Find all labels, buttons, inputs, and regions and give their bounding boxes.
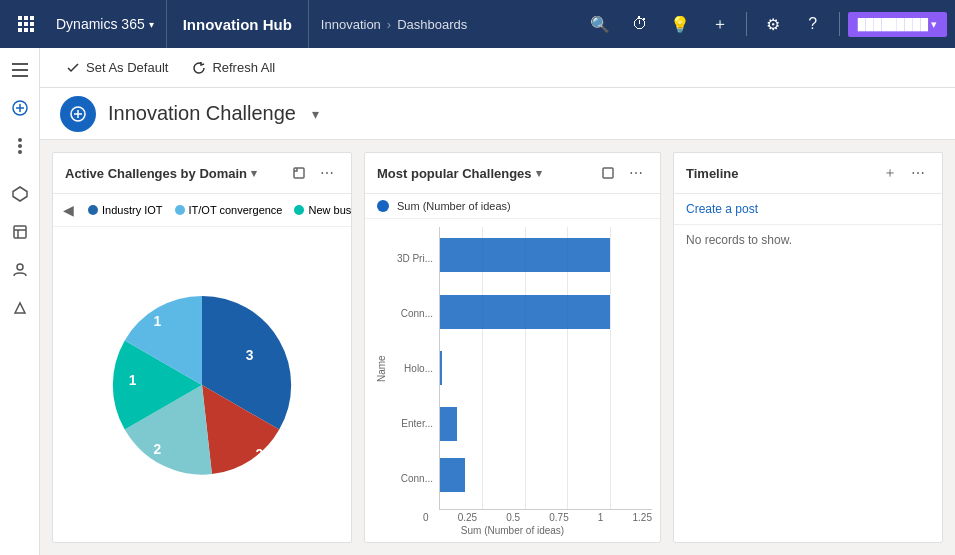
active-challenges-header: Active Challenges by Domain ▾ ⋯ bbox=[53, 153, 351, 194]
svg-rect-1 bbox=[24, 16, 28, 20]
help-icon[interactable]: ? bbox=[795, 6, 831, 42]
bar-0 bbox=[440, 238, 610, 272]
refresh-button[interactable]: Refresh All bbox=[182, 54, 285, 81]
timeline-scroll[interactable]: No records to show. bbox=[674, 225, 942, 542]
active-challenges-caret[interactable]: ▾ bbox=[251, 167, 257, 180]
x-label-3: 0.75 bbox=[549, 512, 568, 523]
set-default-button[interactable]: Set As Default bbox=[56, 54, 178, 81]
sidebar-item-section3[interactable] bbox=[2, 252, 38, 288]
active-challenges-actions: ⋯ bbox=[287, 161, 339, 185]
grid-line-4 bbox=[610, 227, 611, 509]
bar-chart-plot bbox=[439, 227, 652, 510]
sidebar bbox=[0, 48, 40, 555]
bar-2 bbox=[440, 351, 442, 385]
dynamics-label: Dynamics 365 bbox=[56, 16, 145, 32]
sidebar-item-section2[interactable] bbox=[2, 214, 38, 250]
x-label-4: 1 bbox=[598, 512, 604, 523]
legend-item-3: New busi... bbox=[294, 204, 351, 216]
svg-rect-3 bbox=[18, 22, 22, 26]
refresh-label: Refresh All bbox=[212, 60, 275, 75]
set-default-label: Set As Default bbox=[86, 60, 168, 75]
bar-legend-dot bbox=[377, 200, 389, 212]
recent-icon[interactable]: ⏱ bbox=[622, 6, 658, 42]
sidebar-item-more[interactable] bbox=[2, 128, 38, 164]
nav-right: 🔍 ⏱ 💡 ＋ ⚙ ? █████████ ▾ bbox=[582, 6, 947, 42]
popular-challenges-actions: ⋯ bbox=[596, 161, 648, 185]
page-title-caret[interactable]: ▾ bbox=[312, 106, 319, 122]
slice-label-3: 3 bbox=[246, 347, 254, 363]
timeline-empty-label: No records to show. bbox=[674, 225, 942, 255]
legend-dot-1 bbox=[88, 205, 98, 215]
active-challenges-widget: Active Challenges by Domain ▾ ⋯ bbox=[52, 152, 352, 543]
x-label-2: 0.5 bbox=[506, 512, 520, 523]
bar-legend: Sum (Number of ideas) bbox=[365, 194, 660, 219]
pie-chart-container: 3 2 2 1 1 bbox=[53, 227, 351, 542]
notification-icon[interactable]: 💡 bbox=[662, 6, 698, 42]
page-header: Innovation Challenge ▾ bbox=[40, 88, 955, 140]
sidebar-item-menu[interactable] bbox=[2, 52, 38, 88]
more-options-icon[interactable]: ⋯ bbox=[315, 161, 339, 185]
legend-dot-2 bbox=[175, 205, 185, 215]
settings-icon[interactable]: ⚙ bbox=[755, 6, 791, 42]
user-profile[interactable]: █████████ ▾ bbox=[848, 12, 947, 37]
sidebar-item-section4[interactable] bbox=[2, 290, 38, 326]
bar-chart-inner: Name 3D Pri... Conn... Holo... Enter... … bbox=[373, 227, 652, 510]
svg-point-15 bbox=[18, 138, 22, 142]
popular-expand-icon[interactable] bbox=[596, 161, 620, 185]
main-content: Active Challenges by Domain ▾ ⋯ bbox=[40, 140, 955, 555]
timeline-widget: Timeline ＋ ⋯ Create a post No records to… bbox=[673, 152, 943, 543]
svg-point-16 bbox=[18, 144, 22, 148]
svg-rect-0 bbox=[18, 16, 22, 20]
legend-item-2: IT/OT convergence bbox=[175, 204, 283, 216]
create-post-link[interactable]: Create a post bbox=[674, 194, 942, 225]
svg-rect-26 bbox=[294, 168, 304, 178]
pie-chart: 3 2 2 1 1 bbox=[102, 285, 302, 485]
popular-more-icon[interactable]: ⋯ bbox=[624, 161, 648, 185]
svg-rect-7 bbox=[24, 28, 28, 32]
search-icon[interactable]: 🔍 bbox=[582, 6, 618, 42]
x-label-0: 0 bbox=[423, 512, 429, 523]
bar-y-axis: 3D Pri... Conn... Holo... Enter... Conn.… bbox=[389, 227, 439, 510]
sidebar-item-section1[interactable] bbox=[2, 176, 38, 212]
add-icon[interactable]: ＋ bbox=[702, 6, 738, 42]
popular-caret[interactable]: ▾ bbox=[536, 167, 542, 180]
expand-icon[interactable] bbox=[287, 161, 311, 185]
y-label-1: Conn... bbox=[389, 308, 439, 320]
x-label-1: 0.25 bbox=[458, 512, 477, 523]
svg-rect-9 bbox=[12, 63, 28, 65]
y-label-3: Enter... bbox=[389, 418, 439, 430]
svg-marker-18 bbox=[13, 187, 27, 201]
user-name-label: █████████ bbox=[858, 18, 928, 30]
svg-rect-5 bbox=[30, 22, 34, 26]
y-label-0: 3D Pri... bbox=[389, 253, 439, 265]
svg-rect-8 bbox=[30, 28, 34, 32]
timeline-add-icon[interactable]: ＋ bbox=[878, 161, 902, 185]
bar-3 bbox=[440, 407, 457, 441]
brand-label: Innovation Hub bbox=[167, 0, 309, 48]
svg-rect-27 bbox=[603, 168, 613, 178]
top-nav: Dynamics 365 ▾ Innovation Hub Innovation… bbox=[0, 0, 955, 48]
bar-1 bbox=[440, 295, 610, 329]
slice-label-1a: 1 bbox=[129, 372, 137, 388]
popular-challenges-title: Most popular Challenges ▾ bbox=[377, 166, 596, 181]
breadcrumb-part2: Dashboards bbox=[397, 17, 467, 32]
sidebar-item-home[interactable] bbox=[2, 90, 38, 126]
breadcrumb-part1[interactable]: Innovation bbox=[321, 17, 381, 32]
timeline-more-icon[interactable]: ⋯ bbox=[906, 161, 930, 185]
apps-icon[interactable] bbox=[8, 0, 44, 48]
bar-chart-area: Name 3D Pri... Conn... Holo... Enter... … bbox=[365, 219, 660, 542]
legend-dot-3 bbox=[294, 205, 304, 215]
legend-prev[interactable]: ◀ bbox=[61, 200, 76, 220]
breadcrumb-separator: › bbox=[387, 17, 391, 32]
popular-challenges-widget: Most popular Challenges ▾ ⋯ bbox=[364, 152, 661, 543]
dynamics-nav[interactable]: Dynamics 365 ▾ bbox=[44, 0, 167, 48]
bar-4 bbox=[440, 458, 465, 492]
slice-label-2b: 2 bbox=[154, 441, 162, 457]
svg-rect-6 bbox=[18, 28, 22, 32]
legend-item-1: Industry IOT bbox=[88, 204, 163, 216]
page-icon bbox=[60, 96, 96, 132]
bar-x-axis: 0 0.25 0.5 0.75 1 1.25 bbox=[373, 510, 652, 523]
nav-separator bbox=[746, 12, 747, 36]
svg-point-17 bbox=[18, 150, 22, 154]
svg-rect-2 bbox=[30, 16, 34, 20]
